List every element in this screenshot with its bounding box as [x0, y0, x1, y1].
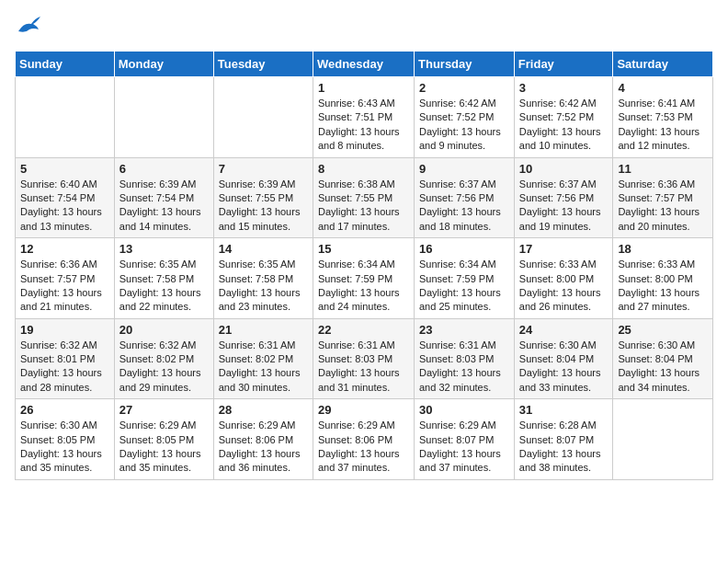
- cell-info: Sunrise: 6:42 AM Sunset: 7:52 PM Dayligh…: [519, 97, 609, 154]
- cell-info: Sunrise: 6:37 AM Sunset: 7:56 PM Dayligh…: [419, 178, 509, 235]
- calendar-cell: 7Sunrise: 6:39 AM Sunset: 7:55 PM Daylig…: [213, 157, 313, 238]
- cell-info: Sunrise: 6:38 AM Sunset: 7:55 PM Dayligh…: [318, 178, 409, 235]
- cell-info: Sunrise: 6:39 AM Sunset: 7:54 PM Dayligh…: [119, 178, 209, 235]
- calendar-cell: 11Sunrise: 6:36 AM Sunset: 7:57 PM Dayli…: [613, 157, 713, 238]
- calendar-cell: 19Sunrise: 6:32 AM Sunset: 8:01 PM Dayli…: [16, 318, 115, 399]
- calendar-cell: 22Sunrise: 6:31 AM Sunset: 8:03 PM Dayli…: [313, 318, 414, 399]
- cell-info: Sunrise: 6:37 AM Sunset: 7:56 PM Dayligh…: [519, 178, 609, 235]
- cell-info: Sunrise: 6:31 AM Sunset: 8:03 PM Dayligh…: [318, 339, 409, 396]
- cell-info: Sunrise: 6:33 AM Sunset: 8:00 PM Dayligh…: [519, 258, 609, 315]
- calendar-cell: 5Sunrise: 6:40 AM Sunset: 7:54 PM Daylig…: [16, 157, 115, 238]
- calendar-cell: 9Sunrise: 6:37 AM Sunset: 7:56 PM Daylig…: [415, 157, 515, 238]
- cell-info: Sunrise: 6:39 AM Sunset: 7:55 PM Dayligh…: [219, 178, 308, 235]
- weekday-header-saturday: Saturday: [613, 52, 713, 77]
- calendar-cell: 29Sunrise: 6:29 AM Sunset: 8:06 PM Dayli…: [313, 399, 414, 480]
- calendar-cell: 21Sunrise: 6:31 AM Sunset: 8:02 PM Dayli…: [213, 318, 313, 399]
- calendar-cell: 6Sunrise: 6:39 AM Sunset: 7:54 PM Daylig…: [114, 157, 213, 238]
- day-number: 18: [618, 242, 708, 256]
- day-number: 26: [20, 403, 109, 417]
- day-number: 23: [419, 323, 509, 337]
- day-number: 24: [519, 323, 609, 337]
- cell-info: Sunrise: 6:34 AM Sunset: 7:59 PM Dayligh…: [419, 258, 509, 315]
- page-header: [15, 15, 713, 40]
- calendar-cell: 10Sunrise: 6:37 AM Sunset: 7:56 PM Dayli…: [514, 157, 613, 238]
- calendar-week-3: 12Sunrise: 6:36 AM Sunset: 7:57 PM Dayli…: [16, 238, 713, 319]
- calendar-cell: 26Sunrise: 6:30 AM Sunset: 8:05 PM Dayli…: [16, 399, 115, 480]
- calendar-cell: 25Sunrise: 6:30 AM Sunset: 8:04 PM Dayli…: [613, 318, 713, 399]
- logo-bird-icon: [17, 15, 42, 35]
- cell-info: Sunrise: 6:29 AM Sunset: 8:06 PM Dayligh…: [219, 419, 308, 476]
- day-number: 1: [318, 81, 409, 95]
- calendar-cell: 24Sunrise: 6:30 AM Sunset: 8:04 PM Dayli…: [514, 318, 613, 399]
- cell-info: Sunrise: 6:31 AM Sunset: 8:03 PM Dayligh…: [419, 339, 509, 396]
- calendar-cell: 4Sunrise: 6:41 AM Sunset: 7:53 PM Daylig…: [613, 77, 713, 158]
- calendar-cell: 3Sunrise: 6:42 AM Sunset: 7:52 PM Daylig…: [514, 77, 613, 158]
- weekday-header-row: SundayMondayTuesdayWednesdayThursdayFrid…: [16, 52, 713, 77]
- cell-info: Sunrise: 6:30 AM Sunset: 8:04 PM Dayligh…: [618, 339, 708, 396]
- day-number: 14: [219, 242, 308, 256]
- calendar-cell: 16Sunrise: 6:34 AM Sunset: 7:59 PM Dayli…: [415, 238, 515, 319]
- calendar-cell: [114, 77, 213, 158]
- calendar-cell: 14Sunrise: 6:35 AM Sunset: 7:58 PM Dayli…: [213, 238, 313, 319]
- day-number: 3: [519, 81, 609, 95]
- weekday-header-wednesday: Wednesday: [313, 52, 414, 77]
- day-number: 20: [119, 323, 209, 337]
- weekday-header-friday: Friday: [514, 52, 613, 77]
- calendar-cell: 1Sunrise: 6:43 AM Sunset: 7:51 PM Daylig…: [313, 77, 414, 158]
- weekday-header-tuesday: Tuesday: [213, 52, 313, 77]
- cell-info: Sunrise: 6:40 AM Sunset: 7:54 PM Dayligh…: [20, 178, 109, 235]
- cell-info: Sunrise: 6:30 AM Sunset: 8:05 PM Dayligh…: [20, 419, 109, 476]
- day-number: 22: [318, 323, 409, 337]
- calendar-cell: 30Sunrise: 6:29 AM Sunset: 8:07 PM Dayli…: [415, 399, 515, 480]
- day-number: 6: [119, 162, 209, 176]
- calendar-cell: 18Sunrise: 6:33 AM Sunset: 8:00 PM Dayli…: [613, 238, 713, 319]
- calendar-cell: 17Sunrise: 6:33 AM Sunset: 8:00 PM Dayli…: [514, 238, 613, 319]
- day-number: 12: [20, 242, 109, 256]
- cell-info: Sunrise: 6:30 AM Sunset: 8:04 PM Dayligh…: [519, 339, 609, 396]
- day-number: 15: [318, 242, 409, 256]
- weekday-header-sunday: Sunday: [16, 52, 115, 77]
- cell-info: Sunrise: 6:32 AM Sunset: 8:02 PM Dayligh…: [119, 339, 209, 396]
- calendar-week-5: 26Sunrise: 6:30 AM Sunset: 8:05 PM Dayli…: [16, 399, 713, 480]
- day-number: 19: [20, 323, 109, 337]
- day-number: 16: [419, 242, 509, 256]
- calendar-cell: [613, 399, 713, 480]
- day-number: 28: [219, 403, 308, 417]
- cell-info: Sunrise: 6:29 AM Sunset: 8:07 PM Dayligh…: [419, 419, 509, 476]
- day-number: 13: [119, 242, 209, 256]
- day-number: 27: [119, 403, 209, 417]
- cell-info: Sunrise: 6:31 AM Sunset: 8:02 PM Dayligh…: [219, 339, 308, 396]
- day-number: 4: [618, 81, 708, 95]
- weekday-header-thursday: Thursday: [415, 52, 515, 77]
- calendar-cell: 12Sunrise: 6:36 AM Sunset: 7:57 PM Dayli…: [16, 238, 115, 319]
- calendar-cell: 28Sunrise: 6:29 AM Sunset: 8:06 PM Dayli…: [213, 399, 313, 480]
- day-number: 7: [219, 162, 308, 176]
- cell-info: Sunrise: 6:34 AM Sunset: 7:59 PM Dayligh…: [318, 258, 409, 315]
- day-number: 8: [318, 162, 409, 176]
- day-number: 30: [419, 403, 509, 417]
- calendar-cell: 8Sunrise: 6:38 AM Sunset: 7:55 PM Daylig…: [313, 157, 414, 238]
- day-number: 17: [519, 242, 609, 256]
- calendar-cell: 15Sunrise: 6:34 AM Sunset: 7:59 PM Dayli…: [313, 238, 414, 319]
- calendar-cell: [16, 77, 115, 158]
- cell-info: Sunrise: 6:42 AM Sunset: 7:52 PM Dayligh…: [419, 97, 509, 154]
- calendar-cell: 31Sunrise: 6:28 AM Sunset: 8:07 PM Dayli…: [514, 399, 613, 480]
- cell-info: Sunrise: 6:29 AM Sunset: 8:06 PM Dayligh…: [318, 419, 409, 476]
- day-number: 2: [419, 81, 509, 95]
- cell-info: Sunrise: 6:36 AM Sunset: 7:57 PM Dayligh…: [20, 258, 109, 315]
- calendar-cell: [213, 77, 313, 158]
- calendar-week-1: 1Sunrise: 6:43 AM Sunset: 7:51 PM Daylig…: [16, 77, 713, 158]
- calendar-cell: 23Sunrise: 6:31 AM Sunset: 8:03 PM Dayli…: [415, 318, 515, 399]
- calendar-cell: 13Sunrise: 6:35 AM Sunset: 7:58 PM Dayli…: [114, 238, 213, 319]
- day-number: 29: [318, 403, 409, 417]
- calendar-week-2: 5Sunrise: 6:40 AM Sunset: 7:54 PM Daylig…: [16, 157, 713, 238]
- day-number: 11: [618, 162, 708, 176]
- cell-info: Sunrise: 6:41 AM Sunset: 7:53 PM Dayligh…: [618, 97, 708, 154]
- day-number: 10: [519, 162, 609, 176]
- cell-info: Sunrise: 6:43 AM Sunset: 7:51 PM Dayligh…: [318, 97, 409, 154]
- cell-info: Sunrise: 6:28 AM Sunset: 8:07 PM Dayligh…: [519, 419, 609, 476]
- calendar-table: SundayMondayTuesdayWednesdayThursdayFrid…: [15, 51, 713, 480]
- logo: [15, 15, 42, 40]
- cell-info: Sunrise: 6:32 AM Sunset: 8:01 PM Dayligh…: [20, 339, 109, 396]
- cell-info: Sunrise: 6:29 AM Sunset: 8:05 PM Dayligh…: [119, 419, 209, 476]
